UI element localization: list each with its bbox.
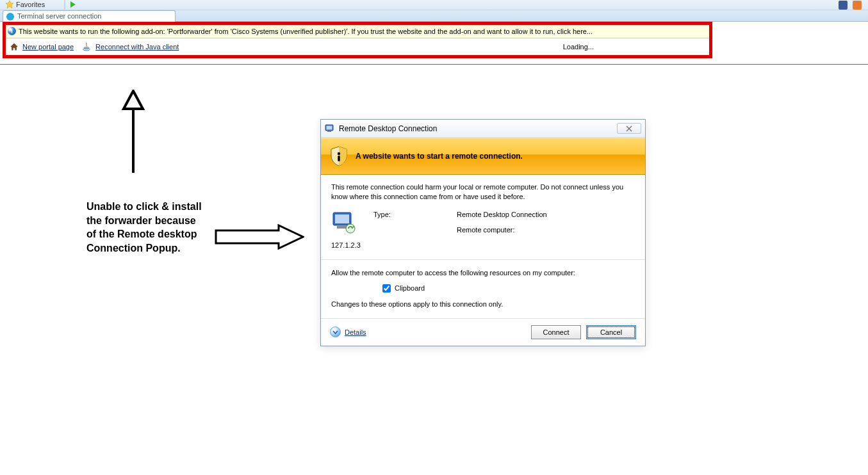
type-value: Remote Desktop Connection (457, 211, 635, 218)
chevron-down-icon (330, 326, 341, 337)
close-icon (626, 125, 632, 132)
svg-rect-7 (338, 156, 340, 161)
clipboard-checkbox[interactable] (382, 284, 391, 293)
arrow-icon (70, 1, 76, 8)
feed-icon[interactable] (853, 1, 862, 10)
addon-infobar[interactable]: i This website wants to run the followin… (6, 25, 709, 38)
apply-text: Changes to these options apply to this c… (331, 300, 635, 308)
toolbar-divider (64, 0, 65, 10)
svg-marker-0 (6, 1, 13, 8)
cancel-button[interactable]: Cancel (586, 325, 636, 339)
home-icon (10, 42, 19, 51)
dialog-body-resources: Allow the remote computer to access the … (321, 260, 645, 319)
tab-strip: Terminal server connection (0, 10, 868, 22)
details-link[interactable]: Details (330, 326, 366, 337)
new-portal-link[interactable]: New portal page (22, 43, 74, 51)
clipboard-option[interactable]: Clipboard (382, 284, 635, 293)
page-divider (0, 64, 868, 65)
info-icon: i (8, 27, 16, 35)
page-links-row: New portal page Reconnect with Java clie… (6, 38, 709, 55)
rdc-dialog: Remote Desktop Connection A website want… (320, 119, 646, 346)
toolbar-item[interactable] (70, 1, 76, 8)
svg-point-6 (338, 152, 340, 155)
banner-text: A website wants to start a remote connec… (356, 152, 523, 161)
rdc-title-icon (325, 124, 335, 134)
remote-value: 127.1.2.3 (331, 241, 367, 249)
details-label: Details (345, 328, 366, 336)
facebook-icon[interactable] (839, 1, 848, 10)
svg-point-11 (346, 224, 355, 233)
dialog-close-button[interactable] (617, 123, 641, 134)
dialog-footer: Details Connect Cancel (321, 319, 645, 346)
infobar-text: This website wants to run the following … (19, 28, 593, 35)
dialog-description: This remote connection could harm your l… (331, 182, 635, 202)
remote-label: Remote computer: (457, 226, 635, 234)
warning-banner: A website wants to start a remote connec… (321, 138, 645, 175)
allow-text: Allow the remote computer to access the … (331, 269, 635, 277)
dialog-body-info: This remote connection could harm your l… (321, 175, 645, 260)
tab-favicon-icon (6, 13, 14, 20)
dialog-titlebar[interactable]: Remote Desktop Connection (321, 120, 645, 138)
favorites-label: Favorites (16, 1, 45, 8)
svg-rect-9 (335, 214, 349, 223)
svg-rect-5 (327, 131, 331, 132)
arrow-right-icon (215, 224, 304, 250)
highlight-box: i This website wants to run the followin… (3, 22, 712, 58)
toolbar-right (839, 1, 862, 10)
shield-icon (330, 146, 348, 166)
browser-toolbar: Favorites (0, 0, 868, 10)
reconnect-link[interactable]: Reconnect with Java client (95, 43, 179, 51)
annotation-text: Unable to click & install the forwarder … (86, 200, 208, 255)
arrow-up-icon (117, 90, 149, 173)
favorites-bar: Favorites (5, 0, 45, 9)
connect-button[interactable]: Connect (531, 325, 581, 339)
java-icon (81, 42, 92, 52)
type-label: Type: (373, 211, 450, 218)
star-icon (5, 0, 14, 9)
loading-text: Loading... (563, 43, 594, 51)
svg-rect-4 (327, 125, 332, 129)
tab-title: Terminal server connection (17, 12, 101, 20)
dialog-title: Remote Desktop Connection (339, 124, 437, 133)
clipboard-label: Clipboard (395, 284, 425, 292)
browser-tab[interactable]: Terminal server connection (3, 10, 176, 22)
computer-icon (331, 211, 357, 235)
